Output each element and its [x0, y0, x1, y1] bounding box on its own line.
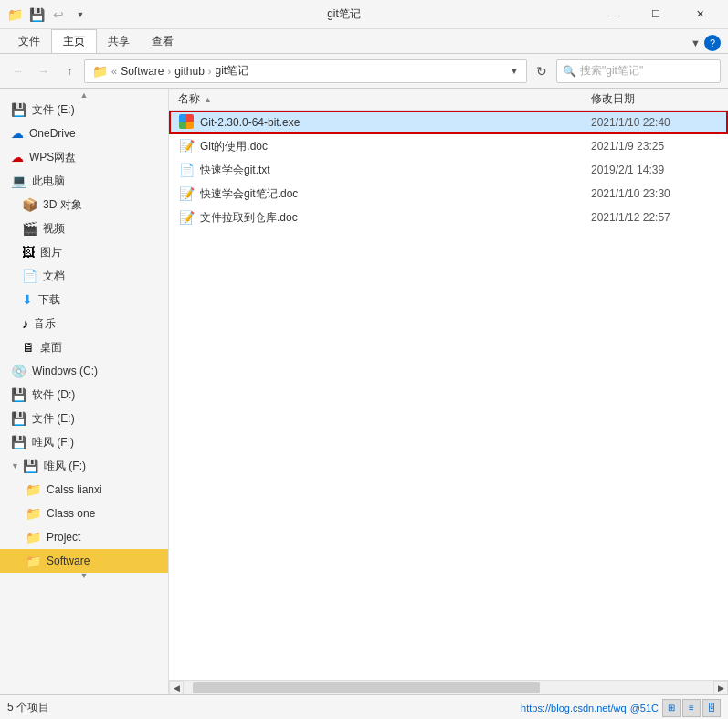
sidebar-item-videos[interactable]: 🎬 视频	[0, 217, 168, 240]
sidebar-item-label: 视频	[43, 221, 65, 237]
status-icon-grid[interactable]: ⊞	[662, 699, 681, 717]
learn-git-notes-icon: 📝	[178, 186, 195, 201]
path-dropdown-icon[interactable]: ▼	[510, 66, 519, 76]
horizontal-scrollbar: ◀ ▶	[169, 680, 728, 694]
status-view-icons: ⊞ ≡ 🗄	[662, 699, 721, 717]
sidebar-item-label: Software	[47, 555, 90, 567]
col-name-label: 名称	[178, 91, 200, 107]
content-area: 名称 ▲ 修改日期 Git-2.30.0-64-bit.exe 2021/1/1…	[169, 89, 728, 694]
sidebar-item-software-d[interactable]: 💾 软件 (D:)	[0, 383, 168, 407]
path-gitnotes[interactable]: git笔记	[216, 63, 249, 79]
sidebar-item-music[interactable]: ♪ 音乐	[0, 312, 168, 335]
h-scroll-track[interactable]	[184, 681, 713, 695]
tab-file[interactable]: 文件	[7, 29, 51, 53]
file-item-learn-git-notes[interactable]: 📝 快速学会git笔记.doc 2021/1/10 23:30	[169, 182, 728, 206]
sidebar-item-3d-objects[interactable]: 📦 3D 对象	[0, 193, 168, 217]
refresh-button[interactable]: ↻	[531, 60, 553, 82]
sidebar-item-label: 软件 (D:)	[32, 387, 75, 403]
learn-git-txt-name: 快速学会git.txt	[200, 163, 591, 178]
software-d-icon: 💾	[11, 387, 26, 402]
status-icon-list[interactable]: ≡	[682, 699, 701, 717]
main-layout: ▲ 💾 文件 (E:) ☁ OneDrive ☁ WPS网盘 💻 此电脑 📦 3…	[0, 89, 728, 694]
sidebar-item-label: 此电脑	[32, 174, 65, 189]
pictures-icon: 🖼	[22, 245, 35, 259]
status-link: https://blog.csdn.net/wq	[521, 703, 627, 714]
3d-objects-icon: 📦	[22, 197, 37, 212]
sidebar-item-files-e[interactable]: 💾 文件 (E:)	[0, 407, 168, 430]
col-date-header[interactable]: 修改日期	[591, 91, 719, 107]
sidebar-item-downloads[interactable]: ⬇ 下载	[0, 288, 168, 312]
sidebar-item-label: 唯风 (F:)	[32, 435, 74, 450]
sidebar-scroll-down[interactable]: ▼	[0, 573, 168, 578]
column-headers: 名称 ▲ 修改日期	[169, 89, 728, 111]
sidebar-item-label: 3D 对象	[43, 197, 82, 213]
up-button[interactable]: ↑	[58, 60, 80, 82]
maximize-button[interactable]: ☐	[635, 0, 677, 29]
h-scroll-right-btn[interactable]: ▶	[713, 681, 728, 695]
sidebar-item-wps[interactable]: ☁ WPS网盘	[0, 145, 168, 169]
tab-view[interactable]: 查看	[141, 29, 185, 53]
sidebar: ▲ 💾 文件 (E:) ☁ OneDrive ☁ WPS网盘 💻 此电脑 📦 3…	[0, 89, 169, 694]
ribbon-help-btn[interactable]: ?	[704, 35, 721, 51]
col-name-header[interactable]: 名称 ▲	[178, 91, 591, 107]
git-exe-icon	[178, 114, 195, 132]
sidebar-item-onedrive[interactable]: ☁ OneDrive	[0, 122, 168, 145]
title-bar-undo-icon[interactable]: ↩	[51, 7, 66, 22]
tab-home[interactable]: 主页	[51, 29, 97, 53]
sidebar-item-label: 图片	[40, 245, 62, 260]
sidebar-item-class-one[interactable]: 📁 Class one	[0, 502, 168, 525]
sidebar-item-label: Project	[47, 531, 80, 544]
search-placeholder: 搜索"git笔记"	[580, 63, 643, 79]
sidebar-item-label: Windows (C:)	[32, 365, 98, 377]
address-path-bar[interactable]: 📁 « Software › github › git笔记 ▼	[84, 59, 527, 83]
drive-e-top-icon: 💾	[11, 102, 26, 117]
path-folder-icon: 📁	[92, 64, 108, 79]
sidebar-item-software[interactable]: 📁 Software	[0, 549, 168, 573]
status-icon-details[interactable]: 🗄	[702, 699, 721, 717]
sidebar-item-label: Class one	[47, 507, 95, 520]
h-scroll-left-btn[interactable]: ◀	[169, 681, 184, 695]
file-item-learn-git-txt[interactable]: 📄 快速学会git.txt 2019/2/1 14:39	[169, 158, 728, 182]
sidebar-item-label: 唯风 (F:)	[44, 459, 86, 474]
git-usage-doc-name: Git的使用.doc	[200, 139, 591, 154]
downloads-icon: ⬇	[22, 292, 33, 307]
videos-icon: 🎬	[22, 221, 37, 236]
file-warehouse-date: 2021/1/12 22:57	[591, 211, 719, 224]
close-button[interactable]: ✕	[679, 0, 721, 29]
file-item-file-warehouse[interactable]: 📝 文件拉取到仓库.doc 2021/1/12 22:57	[169, 206, 728, 229]
window-controls: — ☐ ✕	[591, 0, 721, 29]
path-sep-2: ›	[167, 66, 171, 77]
forward-button[interactable]: →	[33, 60, 55, 82]
git-usage-doc-date: 2021/1/9 23:25	[591, 140, 719, 153]
path-software[interactable]: Software	[121, 65, 164, 78]
sidebar-item-weifeng-f1[interactable]: 💾 唯风 (F:)	[0, 430, 168, 454]
title-bar-quick-access: 📁 💾 ↩ ▼	[7, 7, 88, 22]
title-bar-dropdown-icon[interactable]: ▼	[73, 7, 88, 22]
address-bar: ← → ↑ 📁 « Software › github › git笔记 ▼ ↻ …	[0, 54, 728, 89]
sidebar-item-windows-c[interactable]: 💿 Windows (C:)	[0, 359, 168, 383]
sidebar-item-calss-lianxi[interactable]: 📁 Calss lianxi	[0, 478, 168, 502]
sidebar-item-weifeng-f[interactable]: ▼ 💾 唯风 (F:)	[0, 454, 168, 478]
file-item-git-usage[interactable]: 📝 Git的使用.doc 2021/1/9 23:25	[169, 134, 728, 158]
sidebar-item-drive-e-top[interactable]: 💾 文件 (E:)	[0, 98, 168, 122]
sidebar-item-label: 文档	[43, 269, 65, 284]
back-button[interactable]: ←	[7, 60, 29, 82]
sidebar-item-desktop[interactable]: 🖥 桌面	[0, 335, 168, 359]
status-bar: 5 个项目 https://blog.csdn.net/wq @51C ⊞ ≡ …	[0, 694, 728, 719]
title-bar-save-icon[interactable]: 💾	[29, 7, 44, 22]
tab-share[interactable]: 共享	[97, 29, 141, 53]
sidebar-item-pictures[interactable]: 🖼 图片	[0, 240, 168, 264]
sidebar-item-label: 文件 (E:)	[32, 411, 75, 427]
ribbon-collapse-btn[interactable]: ▼	[691, 37, 701, 48]
sidebar-item-project[interactable]: 📁 Project	[0, 525, 168, 549]
project-icon: 📁	[26, 530, 41, 545]
sidebar-item-documents[interactable]: 📄 文档	[0, 264, 168, 288]
status-item-count: 5 个项目	[7, 700, 521, 715]
title-bar: 📁 💾 ↩ ▼ git笔记 — ☐ ✕	[0, 0, 728, 29]
minimize-button[interactable]: —	[591, 0, 633, 29]
path-github[interactable]: github	[174, 65, 205, 78]
h-scroll-thumb[interactable]	[193, 682, 540, 693]
search-box[interactable]: 🔍 搜索"git笔记"	[556, 59, 721, 83]
file-item-git-exe[interactable]: Git-2.30.0-64-bit.exe 2021/1/10 22:40	[169, 111, 728, 134]
sidebar-item-this-pc[interactable]: 💻 此电脑	[0, 169, 168, 193]
